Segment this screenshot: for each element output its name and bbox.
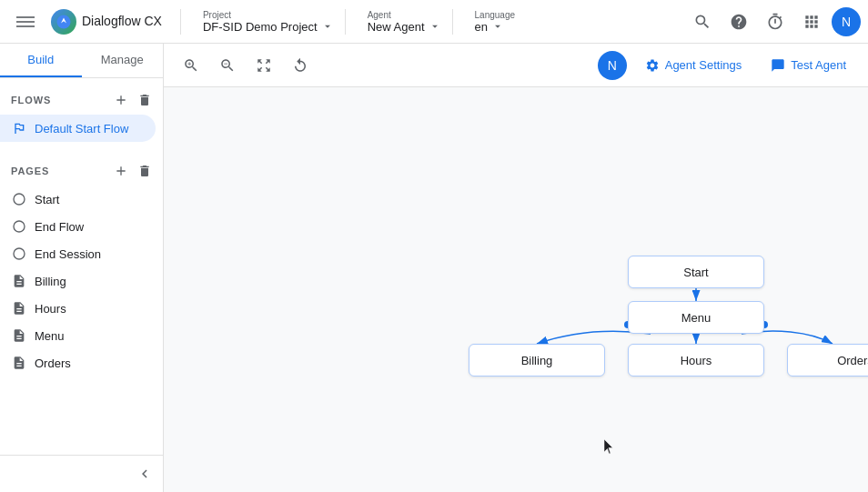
divider-1 [180, 9, 181, 35]
page-item-start-label: Start [35, 193, 59, 206]
fit-screen-button[interactable] [247, 49, 280, 82]
agent-value: New Agent [368, 20, 425, 34]
chevron-down-icon [321, 20, 334, 33]
start-node-label: Start [683, 266, 708, 279]
hours-page-icon [11, 300, 27, 316]
page-item-hours[interactable]: Hours [0, 295, 156, 322]
page-item-end-flow-label: End Flow [35, 220, 84, 234]
page-item-menu-label: Menu [35, 329, 65, 343]
delete-flow-button[interactable] [134, 89, 156, 111]
search-button[interactable] [686, 5, 719, 38]
orders-node[interactable]: Orders [787, 344, 868, 377]
billing-node-label: Billing [521, 354, 553, 367]
start-page-icon [11, 191, 27, 207]
language-selector-row[interactable]: en [475, 20, 516, 34]
agent-label: Agent [368, 10, 441, 20]
apps-button[interactable] [795, 5, 828, 38]
pages-section-header: PAGES [0, 156, 163, 186]
flows-section: FLOWS Default Start Flow [0, 78, 163, 149]
page-item-billing[interactable]: Billing [0, 267, 156, 295]
svg-point-4 [14, 194, 25, 205]
divider-2 [345, 9, 346, 35]
delete-page-button[interactable] [134, 160, 156, 182]
sidebar-tabs: Build Manage [0, 44, 163, 78]
svg-point-6 [14, 248, 25, 259]
tab-build[interactable]: Build [0, 44, 82, 77]
svg-point-5 [14, 221, 25, 232]
svg-rect-2 [16, 25, 35, 27]
flows-actions [110, 89, 156, 111]
page-item-menu[interactable]: Menu [0, 322, 156, 349]
tab-manage[interactable]: Manage [82, 44, 164, 77]
svg-point-3 [57, 15, 71, 28]
flows-label: FLOWS [11, 95, 110, 105]
page-item-end-flow[interactable]: End Flow [0, 213, 156, 240]
hours-node[interactable]: Hours [628, 344, 764, 377]
page-item-start[interactable]: Start [0, 186, 156, 213]
flow-item-default-start[interactable]: Default Start Flow [0, 115, 156, 142]
flow-icon [11, 120, 27, 136]
agent-selector[interactable]: Agent New Agent [368, 10, 441, 34]
menu-node[interactable]: Menu [628, 301, 764, 334]
app-logo: Dialogflow CX [51, 9, 162, 35]
project-value: DF-SID Demo Project [203, 20, 318, 34]
page-item-orders[interactable]: Orders [0, 349, 156, 377]
timer-button[interactable] [759, 5, 792, 38]
flow-canvas[interactable]: Start Menu Billing Hours Orders [164, 87, 868, 492]
app-name: Dialogflow CX [82, 14, 162, 29]
menu-icon-button[interactable] [7, 4, 44, 40]
zoom-out-button[interactable] [211, 49, 244, 82]
svg-rect-0 [16, 16, 35, 18]
test-agent-label: Test Agent [791, 58, 846, 72]
topbar: Dialogflow CX Project DF-SID Demo Projec… [0, 0, 868, 44]
avatar-icon[interactable]: N [598, 51, 627, 80]
language-selector[interactable]: Language en [475, 10, 516, 34]
orders-node-label: Orders [837, 354, 868, 367]
user-avatar[interactable]: N [832, 7, 861, 36]
project-selector[interactable]: Project DF-SID Demo Project [203, 10, 334, 34]
menu-page-icon [11, 327, 27, 344]
reset-button[interactable] [284, 49, 317, 82]
collapse-sidebar-button[interactable] [134, 463, 156, 485]
pages-label: PAGES [11, 166, 110, 176]
language-label: Language [475, 10, 516, 20]
svg-rect-1 [16, 21, 35, 23]
add-page-button[interactable] [110, 160, 132, 182]
flow-connections [164, 87, 868, 492]
project-selector-row[interactable]: DF-SID Demo Project [203, 20, 334, 34]
billing-node[interactable]: Billing [469, 344, 605, 377]
language-value: en [475, 20, 488, 34]
flows-section-header: FLOWS [0, 85, 163, 115]
page-item-end-session-label: End Session [35, 247, 101, 261]
end-session-icon [11, 246, 27, 262]
main-layout: Build Manage FLOWS Defau [0, 44, 868, 492]
hours-node-label: Hours [681, 354, 712, 367]
logo-icon [51, 9, 76, 35]
topbar-actions: N [686, 5, 861, 38]
agent-selector-row[interactable]: New Agent [368, 20, 441, 34]
end-flow-icon [11, 218, 27, 235]
agent-settings-button[interactable]: Agent Settings [634, 53, 753, 78]
cursor-indicator [604, 439, 615, 458]
menu-node-label: Menu [681, 311, 712, 325]
page-item-billing-label: Billing [35, 275, 66, 288]
chevron-down-icon-lang [491, 20, 504, 33]
sidebar-bottom [0, 455, 163, 492]
start-node[interactable]: Start [628, 256, 764, 288]
help-button[interactable] [722, 5, 755, 38]
flow-item-label: Default Start Flow [35, 122, 128, 136]
test-agent-button[interactable]: Test Agent [760, 53, 857, 78]
project-label: Project [203, 10, 334, 20]
chevron-down-icon-agent [429, 20, 441, 33]
billing-page-icon [11, 273, 27, 289]
page-item-orders-label: Orders [35, 356, 71, 370]
add-flow-button[interactable] [110, 89, 132, 111]
content-area: N Agent Settings Test Agent [164, 44, 868, 492]
zoom-in-button[interactable] [175, 49, 207, 82]
pages-section: PAGES Start [0, 149, 163, 384]
pages-actions [110, 160, 156, 182]
page-item-hours-label: Hours [35, 302, 66, 316]
agent-settings-label: Agent Settings [665, 58, 742, 72]
page-item-end-session[interactable]: End Session [0, 240, 156, 267]
divider-3 [452, 9, 453, 35]
